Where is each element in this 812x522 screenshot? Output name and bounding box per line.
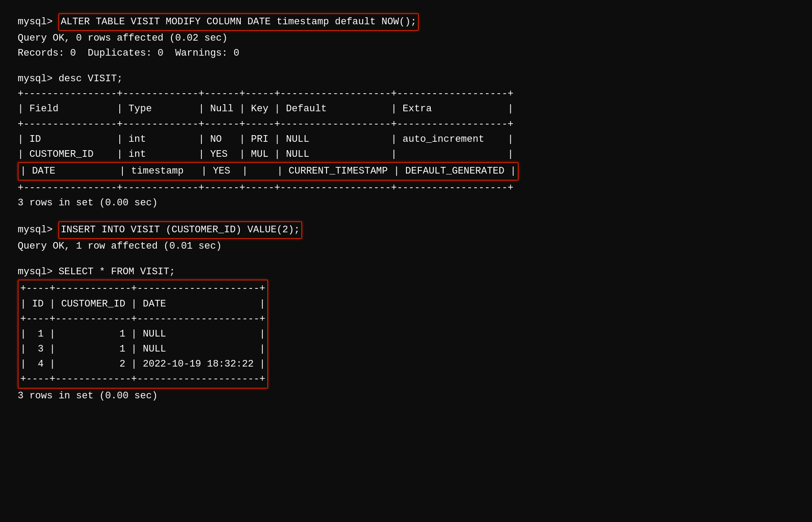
table-row-date-wrapper: | DATE | timestamp | YES | | CURRENT_TIM… bbox=[18, 162, 794, 181]
table-row-customer-id: | CUSTOMER_ID | int | YES | MUL | NULL |… bbox=[18, 147, 794, 162]
select-data-row-3: | 4 | 2 | 2022-10-19 18:32:22 | bbox=[20, 357, 266, 372]
table-row-date: | DATE | timestamp | YES | | CURRENT_TIM… bbox=[18, 162, 519, 181]
select-rows-result: 3 rows in set (0.00 sec) bbox=[18, 389, 794, 404]
select-border-top: +----+-------------+--------------------… bbox=[20, 281, 266, 296]
alter-table-command: ALTER TABLE VISIT MODIFY COLUMN DATE tim… bbox=[58, 13, 418, 31]
table-border-bottom: +----------------+-------------+------+-… bbox=[18, 181, 794, 196]
select-border-bottom: +----+-------------+--------------------… bbox=[20, 372, 266, 387]
insert-result: Query OK, 1 row affected (0.01 sec) bbox=[18, 239, 794, 254]
select-border-mid: +----+-------------+--------------------… bbox=[20, 312, 266, 327]
insert-command: INSERT INTO VISIT (CUSTOMER_ID) VALUE(2)… bbox=[58, 221, 302, 239]
records-line: Records: 0 Duplicates: 0 Warnings: 0 bbox=[18, 46, 794, 61]
select-header-row: | ID | CUSTOMER_ID | DATE | bbox=[20, 297, 266, 312]
table-border-mid: +----------------+-------------+------+-… bbox=[18, 117, 794, 132]
select-line: mysql> SELECT * FROM VISIT; bbox=[18, 265, 794, 280]
desc-rows-result: 3 rows in set (0.00 sec) bbox=[18, 196, 794, 211]
prompt-1: mysql> bbox=[18, 16, 58, 27]
table-border-top: +----------------+-------------+------+-… bbox=[18, 87, 794, 102]
desc-visit-line: mysql> desc VISIT; bbox=[18, 72, 794, 87]
select-data-row-2: | 3 | 1 | NULL | bbox=[20, 342, 266, 357]
table-header-row: | Field | Type | Null | Key | Default | … bbox=[18, 102, 794, 117]
select-result-table: +----+-------------+--------------------… bbox=[18, 280, 268, 389]
select-data-row-1: | 1 | 1 | NULL | bbox=[20, 327, 266, 342]
insert-line: mysql> INSERT INTO VISIT (CUSTOMER_ID) V… bbox=[18, 221, 794, 239]
terminal-window: mysql> ALTER TABLE VISIT MODIFY COLUMN D… bbox=[18, 13, 794, 404]
query-ok-line: Query OK, 0 rows affected (0.02 sec) bbox=[18, 31, 794, 46]
alter-table-line: mysql> ALTER TABLE VISIT MODIFY COLUMN D… bbox=[18, 13, 794, 31]
table-row-id: | ID | int | NO | PRI | NULL | auto_incr… bbox=[18, 132, 794, 147]
